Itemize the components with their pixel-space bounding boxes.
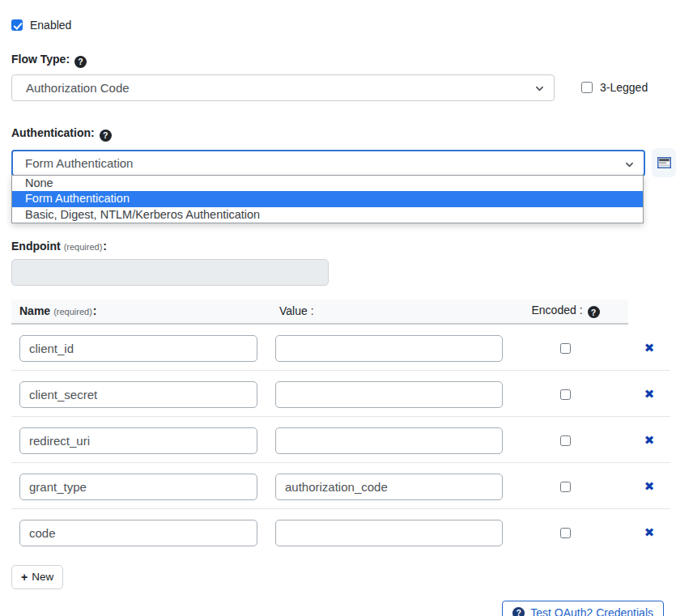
endpoint-input[interactable] — [11, 259, 329, 286]
column-header-encoded: Encoded :? — [503, 304, 628, 319]
delete-row-button[interactable]: ✖ — [644, 481, 655, 493]
param-name-input[interactable] — [19, 520, 257, 546]
three-legged-checkbox[interactable] — [581, 82, 593, 93]
encoded-checkbox[interactable] — [560, 482, 571, 492]
param-value-input[interactable] — [275, 520, 503, 546]
params-table-body: ✖ ✖ ✖ ✖ — [11, 325, 670, 554]
params-table-header: Name(required): Value : Encoded :? — [11, 300, 628, 325]
new-param-button[interactable]: + New — [11, 565, 63, 589]
param-name-input[interactable] — [19, 381, 257, 408]
param-row: ✖ — [11, 325, 670, 370]
column-header-value: Value : — [275, 304, 503, 317]
auth-option[interactable]: Form Authentication — [12, 191, 643, 207]
three-legged-group: 3-Legged — [581, 81, 648, 94]
endpoint-label: Endpoint — [11, 240, 61, 253]
encoded-checkbox[interactable] — [560, 343, 571, 354]
authentication-selected-value: Form Authentication — [25, 156, 133, 170]
encoded-checkbox[interactable] — [560, 435, 571, 446]
auth-option[interactable]: Basic, Digest, NTLM/Kerberos Authenticat… — [12, 207, 643, 223]
open-editor-button[interactable] — [652, 148, 676, 177]
auth-option[interactable]: None — [12, 176, 643, 192]
param-value-input[interactable] — [275, 335, 503, 362]
authentication-select[interactable]: Form Authentication — [11, 150, 645, 176]
authentication-help-icon[interactable]: ? — [100, 130, 112, 142]
flow-type-help-icon[interactable]: ? — [74, 56, 87, 68]
three-legged-label: 3-Legged — [600, 81, 648, 94]
endpoint-label-row: Endpoint(required): — [11, 239, 676, 253]
list-alt-icon — [657, 157, 671, 168]
flow-type-label-row: Flow Type:? — [11, 52, 676, 68]
delete-row-button[interactable]: ✖ — [644, 435, 655, 447]
encoded-checkbox[interactable] — [560, 528, 571, 538]
plus-icon: + — [21, 571, 28, 583]
param-value-input[interactable] — [275, 381, 503, 408]
encoded-help-icon[interactable]: ? — [588, 306, 600, 318]
delete-row-button[interactable]: ✖ — [644, 342, 655, 355]
param-name-input[interactable] — [19, 335, 257, 362]
param-value-input[interactable] — [275, 474, 503, 500]
chevron-down-icon — [625, 160, 634, 169]
delete-row-button[interactable]: ✖ — [644, 527, 655, 539]
authentication-row: Form Authentication NoneForm Authenticat… — [11, 148, 676, 178]
param-value-input[interactable] — [275, 427, 503, 454]
authentication-dropdown-list: NoneForm AuthenticationBasic, Digest, NT… — [11, 175, 644, 224]
enabled-row: Enabled — [11, 19, 676, 32]
times-icon: ✖ — [644, 525, 655, 540]
oauth-params-table: Name(required): Value : Encoded :? ✖ ✖ — [11, 300, 670, 555]
times-icon: ✖ — [644, 433, 655, 448]
endpoint-required-note: (required) — [64, 242, 103, 252]
param-row: ✖ — [11, 416, 670, 462]
enabled-label: Enabled — [30, 19, 71, 32]
delete-row-button[interactable]: ✖ — [644, 389, 655, 401]
encoded-checkbox[interactable] — [560, 389, 571, 400]
flow-type-selected-value: Authorization Code — [26, 81, 130, 95]
times-icon: ✖ — [644, 341, 655, 355]
times-icon: ✖ — [644, 387, 655, 401]
question-circle-icon: ? — [512, 607, 525, 616]
flow-type-select[interactable]: Authorization Code — [11, 74, 555, 101]
authentication-label-row: Authentication:? — [11, 125, 676, 142]
endpoint-colon: : — [103, 240, 107, 253]
times-icon: ✖ — [644, 479, 655, 494]
flow-type-label: Flow Type: — [11, 53, 70, 66]
param-name-input[interactable] — [19, 474, 257, 500]
test-button-row: ? Test OAuth2 Credentials — [11, 601, 664, 616]
param-row: ✖ — [11, 370, 670, 416]
chevron-down-icon — [535, 84, 544, 93]
column-header-name: Name(required): — [11, 304, 257, 317]
enabled-checkbox[interactable] — [11, 19, 23, 31]
param-name-input[interactable] — [19, 427, 257, 454]
authentication-label: Authentication: — [11, 126, 95, 139]
test-oauth2-credentials-button[interactable]: ? Test OAuth2 Credentials — [502, 601, 664, 616]
flow-type-row: Authorization Code 3-Legged — [11, 74, 676, 101]
param-row: ✖ — [11, 508, 670, 554]
param-row: ✖ — [11, 462, 670, 508]
